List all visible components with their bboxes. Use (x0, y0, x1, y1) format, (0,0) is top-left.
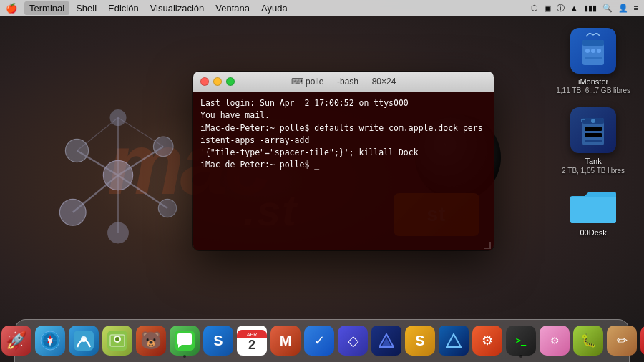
svg-rect-24 (585, 133, 602, 137)
svg-point-43 (115, 337, 119, 341)
tank-label: Tank (585, 156, 601, 166)
menubar-right: ⬡ ▣ ⓘ ▲ ▮▮▮ 🔍 👤 ≡ (531, 3, 638, 14)
dock-launchpad[interactable]: 🚀 (1, 325, 32, 356)
terminal-body[interactable]: Last login: Sun Apr 2 17:00:52 on ttys00… (193, 92, 494, 250)
imonster-sublabel: 1,11 TB, 6...7 GB libres (556, 87, 630, 94)
terminal-title-icon: ⌨ (291, 77, 303, 87)
dock-readkit[interactable]: M (270, 325, 301, 356)
screen-icon[interactable]: ▣ (544, 4, 551, 13)
menubar-edicion[interactable]: Edición (103, 1, 144, 15)
skype-icon: S (203, 326, 233, 356)
svg-point-0 (103, 160, 132, 190)
window-buttons (200, 77, 235, 86)
svg-line-8 (118, 147, 163, 175)
terminal-window[interactable]: ⌨ polle — -bash — 80×24 Last login: Sun … (193, 72, 494, 250)
svg-point-6 (107, 222, 129, 244)
menubar-ayuda[interactable]: Ayuda (256, 1, 293, 15)
messages-icon (170, 326, 200, 356)
minimize-button[interactable] (213, 77, 222, 86)
svg-line-9 (73, 175, 118, 212)
dock-markdown[interactable]: ✓ (303, 325, 335, 356)
dock-safari[interactable] (34, 325, 66, 356)
worms-icon: 🐛 (573, 326, 603, 356)
dock-terminal[interactable]: >_ (505, 325, 537, 356)
desktop-icon-00desk[interactable]: 00Desk (567, 185, 619, 240)
transmit-icon: ⚙ (472, 326, 502, 356)
dock-sketch[interactable]: S (404, 325, 436, 356)
terminal-titlebar: ⌨ polle — -bash — 80×24 (193, 72, 494, 92)
imonster-icon (570, 28, 616, 74)
dock-affinity[interactable] (371, 325, 402, 356)
dock-things[interactable]: ◇ (337, 325, 369, 356)
dropbox-icon[interactable]: ⬡ (531, 4, 538, 13)
svg-point-40 (81, 336, 87, 342)
safari-icon (35, 326, 65, 356)
menu-icon[interactable]: ≡ (634, 4, 638, 12)
claquette-icon: 🎬 (640, 326, 644, 356)
search-icon[interactable]: 🔍 (602, 4, 613, 13)
photo-icon (102, 326, 132, 356)
svg-rect-25 (585, 140, 602, 142)
menubar-ventana[interactable]: Ventana (210, 1, 255, 15)
svg-point-2 (153, 137, 173, 157)
battery-icon[interactable]: ▮▮▮ (584, 4, 597, 13)
svg-point-26 (591, 119, 595, 123)
wifi-icon[interactable]: ▲ (570, 4, 578, 12)
apple-menu[interactable]: 🍎 (6, 3, 17, 14)
molecule-decoration (36, 93, 200, 258)
terminal-resize-handle[interactable] (484, 242, 491, 249)
svg-point-19 (597, 49, 601, 53)
desktop-icons: iMonster 1,11 TB, 6...7 GB libres Tank 2… (553, 25, 633, 240)
dock-ios[interactable]: ⚙ (539, 325, 570, 356)
svg-line-14 (118, 118, 163, 147)
00desk-icon (570, 187, 616, 225)
dock-pencil[interactable]: ✏ (606, 325, 638, 356)
maximize-button[interactable] (226, 77, 235, 86)
desktop: 🍎 Terminal Shell Edición Visualización V… (0, 0, 644, 362)
dock-skype[interactable]: S (203, 325, 234, 356)
menubar: 🍎 Terminal Shell Edición Visualización V… (0, 0, 644, 16)
svg-point-4 (158, 199, 176, 217)
close-button[interactable] (200, 77, 209, 86)
dock-worms[interactable]: 🐛 (572, 325, 604, 356)
messages-dot (183, 355, 186, 358)
menubar-terminal[interactable]: Terminal (24, 1, 69, 15)
svg-rect-23 (585, 127, 602, 131)
terminal-title: ⌨ polle — -bash — 80×24 (193, 77, 494, 87)
dock-photo[interactable] (102, 325, 133, 356)
dock-transmit[interactable]: ⚙ (472, 325, 503, 356)
svg-line-10 (118, 175, 167, 208)
terminal-content: Last login: Sun Apr 2 17:00:52 on ttys00… (200, 97, 487, 172)
dock-arc[interactable] (68, 325, 99, 356)
readkit-icon: M (270, 326, 301, 356)
menubar-shell[interactable]: Shell (71, 1, 102, 15)
desktop-icon-tank[interactable]: Tank 2 TB, 1,05 TB libres (559, 104, 628, 177)
terminal-title-text: polle — -bash — 80×24 (306, 77, 396, 87)
svg-point-3 (59, 199, 86, 225)
dock-items: 🗺 🚀 (0, 325, 644, 359)
info-icon[interactable]: ⓘ (557, 3, 565, 14)
markdown-icon: ✓ (304, 326, 334, 356)
svg-point-17 (585, 49, 590, 53)
dock-calendar[interactable]: APR 2 (236, 325, 268, 356)
menubar-items: Terminal Shell Edición Visualización Ven… (24, 1, 293, 15)
terminal-dot (519, 355, 522, 358)
launchpad-icon: 🚀 (1, 326, 31, 356)
affdesign-icon (439, 326, 469, 356)
dock-bear[interactable]: 🐻 (135, 325, 167, 356)
desktop-icon-imonster[interactable]: iMonster 1,11 TB, 6...7 GB libres (553, 25, 633, 97)
svg-point-1 (65, 139, 88, 162)
svg-point-18 (591, 49, 595, 53)
dock-messages[interactable] (169, 325, 200, 356)
pencil-icon: ✏ (607, 326, 637, 356)
menubar-visualizacion[interactable]: Visualización (145, 1, 210, 15)
tank-icon (570, 107, 616, 153)
dock-affdesign[interactable] (438, 325, 469, 356)
terminal-icon: >_ (506, 326, 536, 356)
arc-icon (69, 326, 99, 356)
dock-claquette[interactable]: 🎬 (640, 325, 644, 356)
00desk-label: 00Desk (580, 228, 606, 238)
bear-icon: 🐻 (136, 326, 166, 356)
user-icon[interactable]: 👤 (618, 4, 628, 13)
svg-point-5 (110, 109, 127, 126)
